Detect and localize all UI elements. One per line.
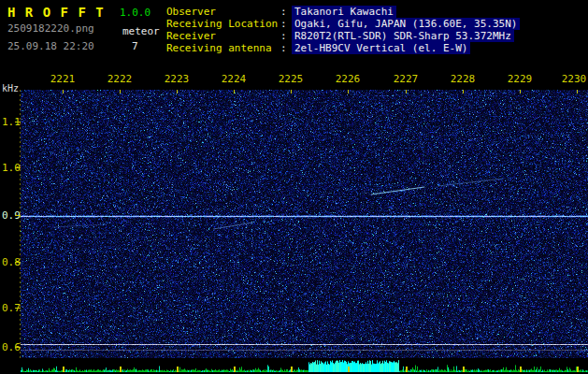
time-tick-mark: [463, 90, 464, 94]
freq-tick-mark: [15, 347, 21, 348]
observation-mode: meteor: [122, 25, 160, 37]
hrofft-window: H R O F F T 1.0.0 2509182220.png meteor …: [0, 0, 588, 374]
info-label: Receiver: [166, 30, 280, 42]
time-tick-mark: [291, 90, 292, 94]
info-colon: :: [280, 42, 292, 54]
time-label: 2230: [560, 73, 588, 85]
info-label: Receiving Location: [166, 18, 280, 30]
signal-level-canvas: [21, 360, 588, 372]
freq-tick-mark: [15, 262, 21, 263]
info-row-receiver: Receiver : R820T2(RTL-SDR) SDR-Sharp 53.…: [166, 30, 520, 42]
info-colon: :: [280, 30, 292, 42]
info-row-location: Receiving Location : Ogaki, Gifu, JAPAN …: [166, 18, 520, 30]
echo-count: 7: [132, 40, 138, 52]
app-title: H R O F F T: [7, 5, 105, 20]
output-filename: 2509182220.png: [7, 22, 94, 35]
info-row-observer: Observer : Takanori Kawachi: [166, 6, 520, 18]
time-tick-mark: [577, 90, 578, 94]
freq-tick-mark: [15, 308, 21, 309]
time-tick-mark: [120, 90, 121, 94]
time-label: 2226: [334, 73, 362, 85]
time-tick-mark: [520, 90, 521, 94]
time-tick-mark: [406, 90, 407, 94]
time-label: 2224: [220, 73, 248, 85]
time-label: 2225: [277, 73, 305, 85]
info-value: Ogaki, Gifu, JAPAN (136.60E, 35.35N): [292, 18, 520, 30]
time-label: 2228: [449, 73, 477, 85]
info-label: Observer: [166, 6, 280, 18]
time-label: 2227: [392, 73, 420, 85]
station-info: Observer : Takanori Kawachi Receiving Lo…: [166, 6, 520, 54]
info-colon: :: [280, 6, 292, 18]
freq-tick-mark: [15, 122, 21, 122]
time-tick-mark: [348, 90, 349, 94]
info-value: Takanori Kawachi: [292, 6, 396, 18]
observation-timestamp: 25.09.18 22:20: [7, 40, 94, 52]
time-label: 2223: [163, 73, 191, 85]
freq-tick-mark: [15, 215, 21, 216]
spectrogram-canvas: [21, 90, 588, 358]
freq-axis-unit: kHz: [2, 83, 19, 94]
info-colon: :: [280, 18, 292, 30]
time-tick-mark: [177, 90, 178, 94]
info-row-antenna: Receiving antenna : 2el-HB9CV Vertical (…: [166, 42, 520, 54]
time-label: 2221: [49, 73, 77, 85]
time-tick-mark: [63, 90, 64, 94]
time-label: 2229: [506, 73, 534, 85]
app-version: 1.0.0: [120, 7, 151, 19]
freq-tick-mark: [15, 167, 21, 168]
time-tick-mark: [234, 90, 235, 94]
info-label: Receiving antenna: [166, 42, 280, 54]
info-value: 2el-HB9CV Vertical (el. E-W): [292, 42, 470, 54]
info-value: R820T2(RTL-SDR) SDR-Sharp 53.372MHz: [292, 30, 514, 42]
time-label: 2222: [106, 73, 134, 85]
